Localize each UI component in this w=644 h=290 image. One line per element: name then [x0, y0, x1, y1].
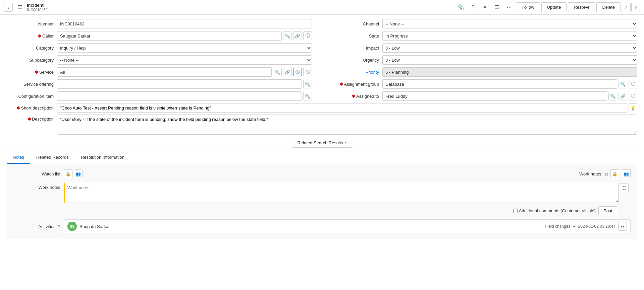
category-field: Inquiry / Help: [57, 43, 312, 53]
prev-arrow[interactable]: ∧: [622, 3, 631, 12]
assigned-to-row: ✱Assigned to 🔍 🔗 ⓘ: [332, 91, 637, 101]
work-notes-expand-icon[interactable]: ☷: [620, 184, 629, 192]
number-field: [57, 19, 312, 28]
activity-filter-icon[interactable]: ☷: [618, 222, 627, 231]
assigned-to-search-icon[interactable]: 🔍: [608, 92, 617, 100]
watch-list-lock-icon[interactable]: 🔒: [64, 169, 72, 178]
required-star: ✱: [16, 105, 20, 111]
watch-list-group-icon[interactable]: 👥: [74, 169, 83, 178]
subcategory-select[interactable]: -- None --: [57, 55, 312, 65]
service-info-icon-blue[interactable]: ⓘ: [293, 68, 302, 76]
service-offering-search-icon[interactable]: 🔍: [303, 80, 312, 88]
related-search-chevron-icon: ›: [345, 140, 346, 145]
resolve-button[interactable]: Resolve: [568, 2, 595, 12]
required-star: ✱: [38, 33, 42, 39]
tab-related-records[interactable]: Related Records: [30, 151, 75, 164]
next-arrow[interactable]: ∨: [631, 3, 640, 12]
additional-comments-checkbox[interactable]: [513, 209, 518, 213]
caller-search-icon[interactable]: 🔍: [283, 31, 292, 40]
related-search-label: Related Search Results: [298, 140, 343, 145]
priority-value: 5 - Planning: [382, 67, 637, 77]
work-notes-list-group-icon[interactable]: 👥: [622, 169, 631, 178]
assignment-group-info-icon[interactable]: ⓘ: [629, 80, 637, 88]
activities-row: Activities: 1 SS Saugata Sarkar Field ch…: [13, 219, 631, 233]
tabs-container: Notes Related Records Resolution Informa…: [7, 151, 637, 239]
additional-comments-label: Additional comments (Customer visible): [513, 208, 596, 213]
right-column: Channel -- None -- State In Progress: [332, 19, 637, 103]
assigned-to-input[interactable]: [382, 91, 607, 101]
short-desc-input[interactable]: [57, 103, 627, 113]
caller-row: ✱Caller 🔍 🔗 ⓘ: [7, 31, 312, 41]
assigned-to-label: ✱Assigned to: [332, 94, 382, 99]
work-notes-textarea[interactable]: [64, 183, 619, 203]
settings-icon[interactable]: ☰: [492, 2, 502, 13]
activity-timestamp: 2024-01-02 03:28:47: [578, 224, 615, 229]
config-item-label: Configuration item: [7, 94, 57, 99]
number-row: Number: [7, 19, 312, 29]
channel-row: Channel -- None --: [332, 19, 637, 29]
caller-info-icon[interactable]: ⓘ: [303, 31, 312, 40]
related-search-bar: Related Search Results ›: [7, 138, 637, 148]
urgency-select[interactable]: 3 - Low: [382, 55, 637, 65]
service-input[interactable]: [57, 67, 272, 77]
service-info-icon2[interactable]: ⓘ: [303, 68, 312, 76]
more-icon[interactable]: ⋯: [504, 2, 515, 13]
back-button[interactable]: ‹: [4, 3, 13, 12]
activities-label: Activities: 1: [13, 224, 64, 229]
work-notes-list-lock-icon[interactable]: 🔒: [610, 169, 619, 178]
watch-list-icons: 🔒 👥: [64, 169, 83, 178]
assigned-to-info-icon[interactable]: ⓘ: [629, 92, 637, 100]
help-icon[interactable]: ?: [468, 2, 478, 13]
description-textarea[interactable]: "User story - If the state of the incide…: [57, 115, 637, 135]
tab-resolution-information[interactable]: Resolution Information: [75, 151, 130, 164]
urgency-row: Urgency 3 - Low: [332, 55, 637, 65]
menu-button[interactable]: ☰: [15, 3, 24, 12]
assignment-group-search-icon[interactable]: 🔍: [619, 80, 627, 88]
caller-input[interactable]: [57, 31, 282, 41]
service-field: 🔍 🔗 ⓘ ⓘ: [57, 67, 312, 77]
caller-link-icon[interactable]: 🔗: [293, 31, 302, 40]
pin-icon[interactable]: ✦: [480, 2, 490, 13]
service-link-icon[interactable]: 🔗: [283, 68, 292, 76]
assignment-group-input[interactable]: [382, 79, 617, 89]
priority-link[interactable]: Priority: [366, 70, 379, 75]
assigned-to-link-icon[interactable]: 🔗: [619, 92, 627, 100]
follow-button[interactable]: Follow: [516, 2, 540, 12]
short-desc-label: ✱Short description: [7, 105, 57, 111]
top-bar-right: 📎 ? ✦ ☰ ⋯ Follow Update Resolve Delete ∧…: [455, 2, 640, 13]
service-search-icon[interactable]: 🔍: [273, 68, 282, 76]
activity-user: Saugata Sarkar: [79, 224, 110, 229]
top-bar: ‹ ☰ Incident INC0010462 📎 ? ✦ ☰ ⋯ Follow…: [0, 0, 644, 15]
priority-row: Priority 5 - Planning: [332, 67, 637, 77]
incident-type: Incident: [27, 3, 48, 8]
attachment-icon[interactable]: 📎: [455, 2, 466, 13]
service-offering-input[interactable]: [57, 79, 302, 89]
service-offering-label: Service offering: [7, 82, 57, 87]
config-item-search-icon[interactable]: 🔍: [303, 92, 312, 100]
tab-notes[interactable]: Notes: [7, 151, 30, 164]
assignment-group-label: ✱Assignment group: [332, 82, 382, 87]
impact-label: Impact: [332, 46, 382, 51]
priority-field: 5 - Planning: [382, 67, 637, 77]
state-select[interactable]: In Progress: [382, 31, 637, 41]
channel-field: -- None --: [382, 19, 637, 28]
work-notes-list-label: Work notes list: [579, 171, 608, 176]
related-search-button[interactable]: Related Search Results ›: [292, 138, 353, 148]
config-item-field: 🔍: [57, 91, 312, 101]
config-item-input[interactable]: [57, 91, 302, 101]
impact-select[interactable]: 3 - Low: [382, 43, 637, 53]
subcategory-row: Subcategory -- None --: [7, 55, 312, 65]
short-desc-bulb-icon[interactable]: 💡: [629, 103, 637, 112]
work-notes-label: Work notes: [13, 183, 64, 190]
form-grid: Number ✱Caller 🔍 🔗 ⓘ Category: [7, 19, 637, 103]
delete-button[interactable]: Delete: [596, 2, 621, 12]
assignment-group-row: ✱Assignment group 🔍 ⓘ: [332, 79, 637, 89]
work-notes-actions: ☷: [620, 183, 631, 192]
channel-select[interactable]: -- None --: [382, 19, 637, 28]
category-select[interactable]: Inquiry / Help: [57, 43, 312, 53]
service-offering-row: Service offering 🔍: [7, 79, 312, 89]
number-input[interactable]: [57, 19, 312, 28]
update-button[interactable]: Update: [541, 2, 567, 12]
post-button[interactable]: Post: [598, 206, 617, 215]
state-row: State In Progress: [332, 31, 637, 41]
